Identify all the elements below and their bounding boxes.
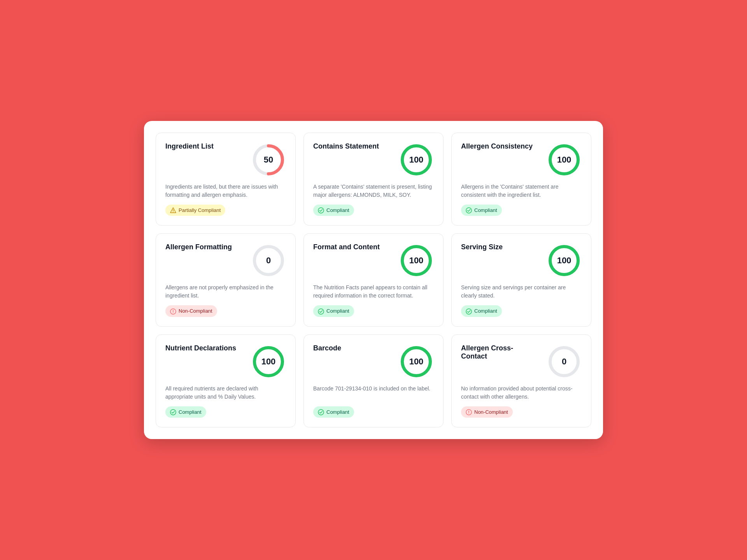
svg-point-23 — [170, 410, 176, 415]
badge-label: Non-Compliant — [474, 409, 508, 415]
gauge: 100 — [251, 344, 286, 379]
card-description: All required nutrients are declared with… — [165, 385, 286, 401]
card-title: Ingredient List — [165, 142, 214, 150]
gauge: 100 — [399, 243, 434, 278]
gauge-value: 50 — [264, 155, 273, 165]
badge-label: Compliant — [326, 207, 349, 213]
card-title: Serving Size — [461, 243, 503, 251]
gauge-value: 100 — [409, 256, 424, 266]
card-title: Nutrient Declarations — [165, 344, 236, 352]
card-header: Serving Size 100 — [461, 243, 582, 278]
cards-grid: Ingredient List 50 Ingredients are liste… — [156, 133, 591, 427]
card-description: The Nutrition Facts panel appears to con… — [313, 284, 434, 300]
gauge-value: 100 — [261, 357, 276, 367]
status-badge: Compliant — [313, 205, 354, 216]
card-header: Nutrient Declarations 100 — [165, 344, 286, 379]
card-title: Allergen Cross-Contact — [461, 344, 533, 360]
status-badge: Partially Compliant — [165, 205, 225, 216]
status-badge: Compliant — [165, 406, 206, 418]
gauge: 100 — [399, 142, 434, 177]
card-description: Ingredients are listed, but there are is… — [165, 183, 286, 199]
gauge-value: 0 — [266, 256, 271, 266]
badge-icon — [318, 308, 324, 314]
gauge: 100 — [399, 344, 434, 379]
card-allergen-consistency: Allergen Consistency 100 Allergens in th… — [451, 133, 591, 226]
gauge: 0 — [547, 344, 582, 379]
card-barcode: Barcode 100 Barcode 701-29134-010 is inc… — [303, 334, 444, 427]
svg-point-14 — [173, 312, 174, 313]
card-header: Allergen Formatting 0 — [165, 243, 286, 278]
card-title: Allergen Formatting — [165, 243, 232, 251]
badge-icon — [170, 308, 176, 314]
card-title: Barcode — [313, 344, 341, 352]
card-description: Allergens are not properly emphasized in… — [165, 284, 286, 300]
svg-point-7 — [318, 208, 324, 213]
card-header: Barcode 100 — [313, 344, 434, 379]
status-badge: Non-Compliant — [165, 305, 217, 317]
status-badge: Compliant — [461, 305, 502, 317]
gauge: 100 — [547, 243, 582, 278]
card-header: Ingredient List 50 — [165, 142, 286, 177]
status-badge: Compliant — [461, 205, 502, 216]
badge-label: Compliant — [326, 409, 349, 415]
card-nutrient-declarations: Nutrient Declarations 100 All required n… — [156, 334, 296, 427]
status-badge: Compliant — [313, 406, 354, 418]
badge-icon — [466, 409, 472, 415]
dashboard: Ingredient List 50 Ingredients are liste… — [144, 121, 603, 439]
gauge: 0 — [251, 243, 286, 278]
badge-icon — [466, 308, 472, 314]
card-description: A separate 'Contains' statement is prese… — [313, 183, 434, 199]
card-header: Contains Statement 100 — [313, 142, 434, 177]
gauge: 50 — [251, 142, 286, 177]
card-description: No information provided about potential … — [461, 385, 582, 401]
svg-point-4 — [173, 212, 174, 213]
card-title: Format and Content — [313, 243, 380, 251]
badge-label: Compliant — [474, 308, 497, 314]
badge-label: Non-Compliant — [179, 308, 212, 314]
card-description: Allergens in the 'Contains' statement ar… — [461, 183, 582, 199]
badge-icon — [318, 207, 324, 214]
card-description: Serving size and servings per container … — [461, 284, 582, 300]
card-description: Barcode 701-29134-010 is included on the… — [313, 385, 434, 401]
gauge: 100 — [547, 142, 582, 177]
gauge-value: 100 — [557, 256, 572, 266]
badge-label: Compliant — [326, 308, 349, 314]
gauge-value: 100 — [557, 155, 572, 165]
card-header: Allergen Consistency 100 — [461, 142, 582, 177]
card-serving-size: Serving Size 100 Serving size and servin… — [451, 233, 591, 326]
card-contains-statement: Contains Statement 100 A separate 'Conta… — [303, 133, 444, 226]
card-format-content: Format and Content 100 The Nutrition Fac… — [303, 233, 444, 326]
svg-point-10 — [466, 208, 472, 213]
svg-point-26 — [318, 410, 324, 415]
badge-label: Partially Compliant — [179, 207, 221, 213]
gauge-value: 0 — [562, 357, 566, 367]
status-badge: Compliant — [313, 305, 354, 317]
badge-icon — [466, 207, 472, 214]
card-allergen-cross-contact: Allergen Cross-Contact 0 No information … — [451, 334, 591, 427]
svg-point-20 — [466, 309, 472, 314]
badge-label: Compliant — [474, 207, 497, 213]
card-header: Format and Content 100 — [313, 243, 434, 278]
status-badge: Non-Compliant — [461, 406, 513, 418]
card-title: Allergen Consistency — [461, 142, 533, 150]
badge-icon — [318, 409, 324, 415]
card-allergen-formatting: Allergen Formatting 0 Allergens are not … — [156, 233, 296, 326]
gauge-value: 100 — [409, 155, 424, 165]
badge-icon — [170, 207, 176, 214]
badge-icon — [170, 409, 176, 415]
card-header: Allergen Cross-Contact 0 — [461, 344, 582, 379]
card-title: Contains Statement — [313, 142, 379, 150]
card-ingredient-list: Ingredient List 50 Ingredients are liste… — [156, 133, 296, 226]
svg-point-30 — [468, 413, 469, 414]
svg-point-17 — [318, 309, 324, 314]
badge-label: Compliant — [179, 409, 202, 415]
gauge-value: 100 — [409, 357, 424, 367]
